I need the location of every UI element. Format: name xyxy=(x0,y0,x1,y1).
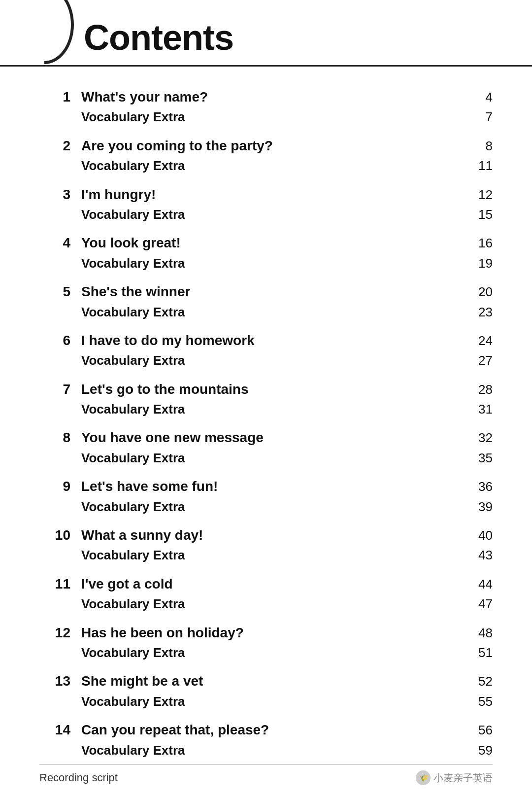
vocab-page-number: 55 xyxy=(463,694,493,710)
unit-title: Has he been on holiday? xyxy=(81,624,463,642)
unit-number: 9 xyxy=(49,478,81,495)
unit-number: 7 xyxy=(49,381,81,398)
unit-page-number: 56 xyxy=(463,722,493,739)
vocab-page-number: 11 xyxy=(463,158,493,174)
toc-unit-row: 7Let's go to the mountains28 xyxy=(49,374,493,399)
toc-unit-row: 5She's the winner20 xyxy=(49,276,493,302)
recording-script-label: Recording script xyxy=(39,771,118,784)
toc-vocab-row: 11Vocabulary Extra47 xyxy=(49,594,493,617)
toc-vocab-row: 13Vocabulary Extra55 xyxy=(49,692,493,714)
unit-number: 10 xyxy=(49,526,81,544)
page-container: Contents 1What's your name?41Vocabulary … xyxy=(0,0,532,800)
watermark-icon: 🌾 xyxy=(416,770,431,785)
unit-title: Are you coming to the party? xyxy=(81,137,463,155)
unit-title: She might be a vet xyxy=(81,672,463,690)
toc-vocab-row: 6Vocabulary Extra27 xyxy=(49,350,493,373)
watermark-text: 小麦亲子英语 xyxy=(433,771,493,785)
page-title: Contents xyxy=(84,20,493,55)
unit-page-number: 32 xyxy=(463,430,493,447)
toc-unit-row: 8You have one new message32 xyxy=(49,422,493,448)
vocab-page-number: 35 xyxy=(463,450,493,467)
unit-page-number: 48 xyxy=(463,625,493,642)
unit-title: What a sunny day! xyxy=(81,526,463,544)
vocabulary-extra-label: Vocabulary Extra xyxy=(81,596,463,613)
vocab-page-number: 19 xyxy=(463,255,493,272)
toc-unit-row: 4You look great!16 xyxy=(49,227,493,253)
vocab-page-number: 7 xyxy=(463,109,493,126)
unit-number: 2 xyxy=(49,137,81,155)
unit-number: 8 xyxy=(49,429,81,447)
vocabulary-extra-label: Vocabulary Extra xyxy=(81,255,463,272)
vocab-page-number: 51 xyxy=(463,645,493,661)
toc-unit-row: 12Has he been on holiday?48 xyxy=(49,617,493,643)
toc-vocab-row: 9Vocabulary Extra39 xyxy=(49,497,493,520)
unit-page-number: 12 xyxy=(463,187,493,204)
vocabulary-extra-label: Vocabulary Extra xyxy=(81,694,463,710)
unit-title: I'm hungry! xyxy=(81,186,463,204)
header-section: Contents xyxy=(0,0,532,67)
toc-vocab-row: 1Vocabulary Extra7 xyxy=(49,107,493,130)
toc-unit-row: 10What a sunny day!40 xyxy=(49,520,493,545)
unit-page-number: 20 xyxy=(463,284,493,301)
toc-vocab-row: 4Vocabulary Extra19 xyxy=(49,253,493,276)
unit-number: 13 xyxy=(49,672,81,690)
unit-page-number: 36 xyxy=(463,479,493,495)
unit-title: You look great! xyxy=(81,234,463,252)
vocabulary-extra-label: Vocabulary Extra xyxy=(81,352,463,369)
toc-vocab-row: 8Vocabulary Extra35 xyxy=(49,448,493,471)
unit-number: 4 xyxy=(49,234,81,252)
vocabulary-extra-label: Vocabulary Extra xyxy=(81,158,463,174)
vocab-page-number: 31 xyxy=(463,401,493,418)
vocabulary-extra-label: Vocabulary Extra xyxy=(81,207,463,223)
unit-title: I have to do my homework xyxy=(81,332,463,349)
vocab-page-number: 59 xyxy=(463,742,493,759)
unit-title: Can you repeat that, please? xyxy=(81,721,463,739)
toc-vocab-row: 7Vocabulary Extra31 xyxy=(49,399,493,422)
unit-number: 11 xyxy=(49,575,81,593)
unit-page-number: 24 xyxy=(463,333,493,349)
unit-page-number: 8 xyxy=(463,138,493,155)
unit-title: You have one new message xyxy=(81,429,463,447)
vocab-page-number: 23 xyxy=(463,304,493,321)
toc-unit-row: 13She might be a vet52 xyxy=(49,665,493,691)
vocabulary-extra-label: Vocabulary Extra xyxy=(81,645,463,661)
unit-page-number: 40 xyxy=(463,527,493,544)
unit-title: What's your name? xyxy=(81,88,463,106)
vocab-page-number: 27 xyxy=(463,352,493,369)
unit-page-number: 52 xyxy=(463,673,493,690)
vocabulary-extra-label: Vocabulary Extra xyxy=(81,499,463,516)
unit-title: Let's go to the mountains xyxy=(81,381,463,398)
footer-section: Recording script 🌾 小麦亲子英语 xyxy=(39,764,493,785)
toc-unit-row: 6I have to do my homework24 xyxy=(49,325,493,350)
toc-unit-row: 11I've got a cold44 xyxy=(49,568,493,594)
unit-title: I've got a cold xyxy=(81,575,463,593)
unit-title: Let's have some fun! xyxy=(81,478,463,495)
toc-unit-row: 9Let's have some fun!36 xyxy=(49,471,493,496)
vocabulary-extra-label: Vocabulary Extra xyxy=(81,109,463,126)
vocab-page-number: 15 xyxy=(463,207,493,223)
unit-number: 12 xyxy=(49,624,81,642)
toc-unit-row: 2Are you coming to the party?8 xyxy=(49,130,493,156)
unit-title: She's the winner xyxy=(81,283,463,301)
vocabulary-extra-label: Vocabulary Extra xyxy=(81,547,463,564)
unit-page-number: 16 xyxy=(463,235,493,252)
contents-table: 1What's your name?41Vocabulary Extra72Ar… xyxy=(0,81,532,783)
toc-unit-row: 1What's your name?4 xyxy=(49,81,493,107)
watermark: 🌾 小麦亲子英语 xyxy=(416,770,493,785)
toc-vocab-row: 3Vocabulary Extra15 xyxy=(49,205,493,227)
unit-number: 6 xyxy=(49,332,81,349)
vocabulary-extra-label: Vocabulary Extra xyxy=(81,401,463,418)
unit-page-number: 4 xyxy=(463,89,493,106)
unit-number: 14 xyxy=(49,721,81,739)
unit-number: 5 xyxy=(49,283,81,301)
unit-number: 1 xyxy=(49,88,81,106)
toc-vocab-row: 10Vocabulary Extra43 xyxy=(49,545,493,568)
toc-vocab-row: 14Vocabulary Extra59 xyxy=(49,740,493,763)
vocab-page-number: 43 xyxy=(463,547,493,564)
vocabulary-extra-label: Vocabulary Extra xyxy=(81,304,463,321)
vocabulary-extra-label: Vocabulary Extra xyxy=(81,742,463,759)
vocab-page-number: 39 xyxy=(463,499,493,516)
unit-number: 3 xyxy=(49,186,81,204)
vocab-page-number: 47 xyxy=(463,596,493,613)
toc-unit-row: 14Can you repeat that, please?56 xyxy=(49,714,493,740)
